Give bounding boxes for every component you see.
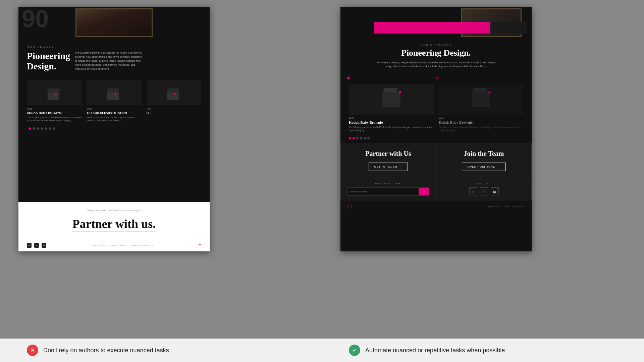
product-box-2 xyxy=(107,92,119,100)
partner-cta-title: Partner with Us xyxy=(347,150,429,158)
right-footer-links: Teague © 2022 Terms Privacy Policy xyxy=(487,205,525,207)
product-dot-2 xyxy=(114,93,116,95)
right-dot-1[interactable] xyxy=(349,137,351,139)
product-box-1 xyxy=(48,92,59,100)
dot-5[interactable] xyxy=(45,127,47,130)
approach-desc: For nearly a century, Teague design and … xyxy=(372,61,500,68)
right-product-desc-2: Our 30-year partnership with Eastman Kod… xyxy=(439,126,524,132)
right-panel: OUR APPROACH Pioneering Design. For near… xyxy=(228,0,644,339)
email-submit-button[interactable]: → xyxy=(419,188,429,195)
right-newsletter-row: NEWSLETTER → SOCIAL in t ig xyxy=(340,178,532,200)
open-positions-button[interactable]: OPEN POSITIONS → xyxy=(462,163,506,171)
right-terms[interactable]: Terms xyxy=(503,205,509,207)
right-privacy[interactable]: Privacy Policy xyxy=(513,205,525,207)
good-badge: ✓ xyxy=(349,345,360,356)
dot-2[interactable] xyxy=(33,127,35,130)
product-year-1: 1934 xyxy=(27,108,82,110)
progress-dot-start xyxy=(347,77,350,79)
social-label: SOCIAL xyxy=(477,182,491,185)
right-product-image-1 xyxy=(349,84,434,115)
right-twitter-icon[interactable]: t xyxy=(480,187,488,195)
right-product-dot-2 xyxy=(488,91,491,94)
right-product-dot-1 xyxy=(399,91,401,94)
right-logo: ⬡ xyxy=(347,203,352,209)
newsletter-label: NEWSLETTER xyxy=(347,182,429,185)
right-products-row: 1934 Kodak Baby Brownie Our 30-year part… xyxy=(340,83,532,136)
dot-1[interactable] xyxy=(29,127,31,130)
right-product-box-1 xyxy=(382,92,400,107)
bad-text: Don't rely on authors to execute nuanced… xyxy=(43,347,169,354)
instagram-icon[interactable]: ig xyxy=(42,243,46,248)
social-cell: SOCIAL in t ig xyxy=(436,178,532,200)
legacy-label: OUR LEGACY xyxy=(27,45,201,48)
good-icon: ✓ xyxy=(353,348,357,353)
open-positions-arrow: → xyxy=(497,165,500,168)
twitter-icon[interactable]: t xyxy=(34,243,39,248)
dot-4[interactable] xyxy=(41,127,43,130)
social-icons-right: in t ig xyxy=(469,187,499,195)
product-year-3: 193x xyxy=(147,108,201,110)
bottom-bad: ✕ Don't rely on authors to execute nuanc… xyxy=(0,345,322,356)
hero-bar-pink-1 xyxy=(374,22,490,34)
email-input-row: → xyxy=(347,187,429,196)
product-box-3 xyxy=(167,92,179,100)
good-text: Automate nuanced or repetitive tasks whe… xyxy=(365,347,505,354)
product-image-1 xyxy=(27,80,82,105)
right-product-box-2 xyxy=(472,92,490,107)
left-website: 90 OUR LEGACY Pioneering Design. xyxy=(18,7,210,251)
right-dot-4[interactable] xyxy=(360,137,362,139)
email-input[interactable] xyxy=(348,188,419,195)
right-dots xyxy=(340,135,532,143)
product-card-3: 193x U... xyxy=(147,80,201,123)
legacy-title: Pioneering Design. xyxy=(27,51,70,72)
left-legacy-section: OUR LEGACY Pioneering Design. We've part… xyxy=(18,39,210,202)
left-hero-year: 90 xyxy=(22,7,49,31)
approach-title: Pioneering Design. xyxy=(349,48,523,58)
progress-dot-mid xyxy=(436,77,439,79)
bottom-good: ✓ Automate nuanced or repetitive tasks w… xyxy=(322,345,644,356)
product-desc-2: Texaco built more than 20,000 service st… xyxy=(87,116,141,123)
right-product-year-2: 1934 xyxy=(439,117,524,119)
dot-3[interactable] xyxy=(37,127,39,130)
get-in-touch-button[interactable]: GET IN TOUCH → xyxy=(369,163,408,171)
join-cta-cell: Join the Team OPEN POSITIONS → xyxy=(436,143,532,178)
product-image-2 xyxy=(87,80,141,105)
product-year-2: 1935 xyxy=(87,108,141,110)
newsletter-cell: NEWSLETTER → xyxy=(340,178,436,200)
footer-links: TEAGUE © 2022 PRIVACY POLICY TERMS & CON… xyxy=(92,244,153,246)
terms-link[interactable]: TERMS & CONDITIONS xyxy=(131,244,153,246)
left-portrait-inner xyxy=(76,9,152,36)
product-name-2: TEXACO SERVICE STATION xyxy=(87,111,141,115)
product-card-2: 1935 TEXACO SERVICE STATION Texaco built… xyxy=(87,80,141,123)
dot-7[interactable] xyxy=(53,127,55,130)
left-carousel-dots xyxy=(27,127,201,130)
partner-cta-cell: Partner with Us GET IN TOUCH → xyxy=(340,143,436,178)
hamburger-icon[interactable]: ≡ xyxy=(199,243,201,248)
footer-eyebrow: Stay current with our latest news and in… xyxy=(27,209,201,212)
right-linkedin-icon[interactable]: in xyxy=(469,187,477,195)
bad-badge: ✕ xyxy=(27,345,38,356)
left-portrait-frame xyxy=(75,8,153,37)
get-in-touch-arrow: → xyxy=(399,165,402,168)
linkedin-icon[interactable]: in xyxy=(27,243,32,248)
bottom-bar: ✕ Don't rely on authors to execute nuanc… xyxy=(0,339,644,362)
right-product-card-1: 1934 Kodak Baby Brownie Our 30-year part… xyxy=(349,84,434,132)
privacy-link[interactable]: PRIVACY POLICY xyxy=(111,244,127,246)
product-image-3 xyxy=(147,80,201,105)
progress-line-full xyxy=(350,78,436,78)
dot-6[interactable] xyxy=(49,127,51,130)
right-product-year-1: 1934 xyxy=(349,117,434,119)
right-cta-grid: Partner with Us GET IN TOUCH → Join the … xyxy=(340,143,532,178)
product-name-1: KODAK BABY BROWNIE xyxy=(27,111,82,115)
right-instagram-icon[interactable]: ig xyxy=(491,187,499,195)
right-website: OUR APPROACH Pioneering Design. For near… xyxy=(340,7,532,251)
right-dot-3[interactable] xyxy=(356,137,359,139)
partner-title-left: Partner with us. xyxy=(27,217,201,232)
right-site-footer: ⬡ Teague © 2022 Terms Privacy Policy xyxy=(340,200,532,212)
product-desc-1: Our 30-year partnership with Eastman Kod… xyxy=(27,116,82,123)
right-dot-5[interactable] xyxy=(364,137,366,139)
right-dot-2[interactable] xyxy=(353,137,355,139)
right-dot-6[interactable] xyxy=(367,137,370,139)
product-name-3: U... xyxy=(147,111,201,115)
approach-eyebrow: OUR APPROACH xyxy=(349,44,523,46)
